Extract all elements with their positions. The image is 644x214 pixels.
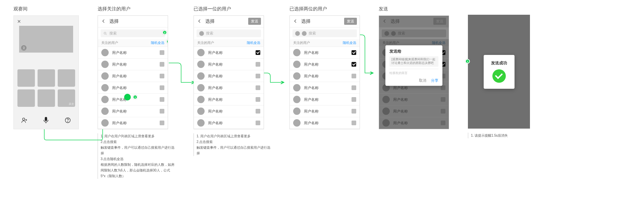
checkbox[interactable] <box>160 109 164 114</box>
user-row[interactable]: 用户名称 <box>290 47 360 59</box>
avatar <box>101 49 109 56</box>
avatar <box>197 96 205 103</box>
dialog-input[interactable]: 给朋友的留言 <box>389 69 438 77</box>
user-row[interactable]: 用户名称 <box>194 70 264 82</box>
share-button[interactable]: 分享 <box>431 78 438 83</box>
user-row[interactable]: 用户名称 <box>290 70 360 82</box>
seat[interactable] <box>17 89 35 107</box>
search-input[interactable]: 搜索 2 <box>101 29 165 37</box>
selected-chip[interactable] <box>295 31 300 36</box>
user-row[interactable]: 用户名称 <box>98 47 168 59</box>
checkbox[interactable] <box>160 85 164 90</box>
dialog-title: 发送给 <box>389 49 438 54</box>
checkbox-checked[interactable] <box>352 50 356 55</box>
panel-title: 已选择两位的用户 <box>289 6 327 12</box>
checkbox[interactable] <box>160 97 164 102</box>
search-placeholder: 搜索 <box>206 31 213 36</box>
user-row[interactable]: 用户名称 <box>98 70 168 82</box>
checkbox[interactable] <box>256 62 260 67</box>
user-row[interactable]: 用户名称 <box>194 82 264 94</box>
random-select-link[interactable]: 随机全选 <box>247 41 260 45</box>
panel-title: 已选择一位的用户 <box>194 6 231 12</box>
user-row[interactable]: 用户名称 <box>290 105 360 117</box>
checkbox[interactable] <box>160 62 164 67</box>
nav-bar: 选择 <box>98 16 168 27</box>
selected-chip[interactable] <box>302 31 307 36</box>
checkbox[interactable] <box>160 74 164 78</box>
random-select-link[interactable]: 随机全选 <box>343 41 356 45</box>
checkbox-checked[interactable] <box>352 62 356 67</box>
checkbox[interactable] <box>352 97 356 102</box>
avatar <box>293 61 301 68</box>
nav-bar: 选择 发送 <box>194 16 264 27</box>
user-row[interactable]: 用户名称 <box>290 82 360 94</box>
annotation-badge-3: 3 <box>166 39 168 44</box>
checkbox-checked[interactable] <box>256 50 260 55</box>
notes: 1. 用户在用户列表区域上滑查看更多 2.点击搜索 触发键盘事件，用户可以通过自… <box>98 133 175 179</box>
room-panel: ✕ 文 房主 <box>13 15 79 129</box>
nav-bar: 选择 发送 <box>290 16 360 27</box>
cancel-button[interactable]: 取消 <box>419 78 426 83</box>
user-row[interactable]: 用户名称 <box>194 105 264 117</box>
avatar <box>197 119 205 127</box>
back-icon[interactable] <box>293 19 298 24</box>
video-preview: 文 <box>19 26 73 53</box>
user-row[interactable]: 用户名称 <box>194 117 264 129</box>
user-list[interactable]: 用户名称 用户名称 用户名称 用户名称 用户名称 用户名称 用户名称 用户名称 <box>290 47 360 129</box>
user-row[interactable]: 用户名称 <box>194 59 264 70</box>
checkbox[interactable] <box>256 97 260 102</box>
search-input[interactable]: 搜索 <box>197 29 261 37</box>
checkbox[interactable] <box>160 121 164 125</box>
checkbox[interactable] <box>256 109 260 114</box>
checkbox[interactable] <box>352 109 356 114</box>
seat[interactable] <box>58 69 75 87</box>
svg-point-3 <box>68 122 68 122</box>
avatar <box>293 49 301 56</box>
checkbox[interactable] <box>256 74 260 78</box>
send-button[interactable]: 发送 <box>248 18 261 25</box>
checkbox[interactable] <box>352 74 356 78</box>
avatar <box>197 84 205 91</box>
avatar <box>197 49 205 56</box>
avatar <box>101 72 109 80</box>
user-row[interactable]: 用户名称 <box>98 82 168 94</box>
avatar <box>197 108 205 115</box>
user-row[interactable]: 用户名称 <box>290 59 360 70</box>
random-select-link[interactable]: 随机全选 <box>151 41 164 45</box>
mic-icon[interactable] <box>42 116 50 126</box>
user-row[interactable]: 用户名称 <box>98 59 168 70</box>
seat-self[interactable]: 房主 <box>58 89 75 107</box>
user-row[interactable]: 用户名称 <box>290 94 360 105</box>
user-row[interactable]: 用户名称 <box>194 47 264 59</box>
add-user-icon[interactable] <box>21 117 28 125</box>
notes: 1. 该提示提醒1.5s后消失 <box>468 133 508 138</box>
col-success: 1 发送成功 1. 该提示提醒1.5s后消失 <box>468 6 530 138</box>
avatar <box>101 108 109 115</box>
seat[interactable] <box>38 69 55 87</box>
seat[interactable] <box>17 69 35 87</box>
seat[interactable] <box>38 89 55 107</box>
selected-chip[interactable] <box>199 31 204 36</box>
checkbox[interactable] <box>160 50 164 55</box>
checkbox[interactable] <box>256 121 260 125</box>
help-icon[interactable] <box>64 117 71 125</box>
user-list[interactable]: 用户名称 用户名称 用户名称 用户名称 用户名称 用户名称 用户名称 用户名称 … <box>98 47 168 129</box>
checkbox[interactable] <box>256 85 260 90</box>
user-row[interactable]: 用户名称 <box>98 105 168 117</box>
back-icon[interactable] <box>101 19 106 24</box>
user-row[interactable]: 用户名称 <box>98 117 168 129</box>
close-icon[interactable]: ✕ <box>17 19 21 24</box>
user-list[interactable]: 用户名称 用户名称 用户名称 用户名称 用户名称 用户名称 用户名称 用户名称 <box>194 47 264 129</box>
col-select-one: 已选择一位的用户 选择 发送 搜索 关注的用户 随机全选 用户名称 用户名称 用… <box>194 6 271 156</box>
checkbox[interactable] <box>352 121 356 125</box>
checkbox[interactable] <box>352 85 356 90</box>
nav-title: 选择 <box>205 18 215 24</box>
back-icon[interactable] <box>197 19 202 24</box>
user-row[interactable]: 用户名称 <box>290 117 360 129</box>
section-header: 关注的用户 随机全选 <box>194 39 264 47</box>
send-button[interactable]: 发送 <box>344 18 357 25</box>
avatar <box>293 72 301 80</box>
search-input[interactable]: 搜索 <box>292 29 357 37</box>
avatar <box>293 96 301 103</box>
user-row[interactable]: 用户名称 <box>194 94 264 105</box>
